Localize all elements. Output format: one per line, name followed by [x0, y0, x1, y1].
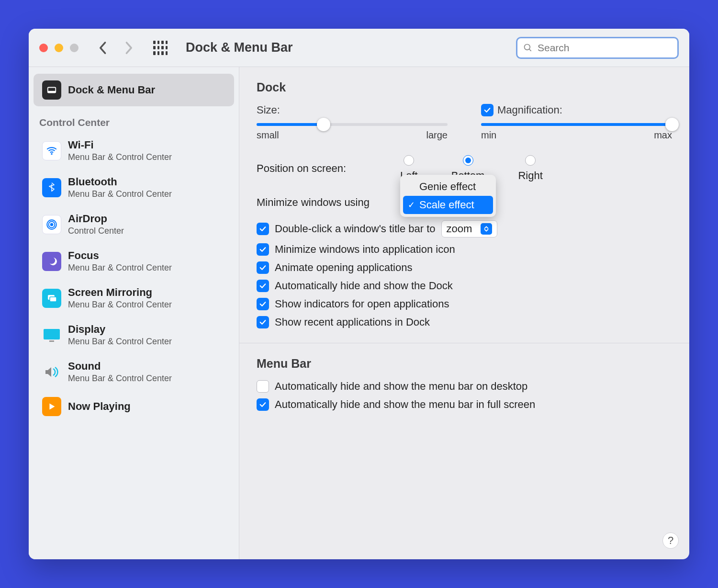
- magnification-max-label: max: [654, 130, 672, 141]
- window-controls: [39, 44, 79, 52]
- opt-label: Automatically hide and show the menu bar…: [275, 398, 535, 411]
- position-right-radio[interactable]: [525, 155, 536, 166]
- sidebar-item-label: Dock & Menu Bar: [68, 84, 155, 96]
- magnification-checkbox[interactable]: [481, 104, 494, 116]
- autohide-menubar-fullscreen-checkbox[interactable]: [257, 398, 269, 411]
- svg-rect-10: [44, 329, 60, 339]
- help-button[interactable]: ?: [662, 532, 679, 549]
- size-slider-knob[interactable]: [317, 118, 330, 131]
- dock-icon: [42, 80, 61, 100]
- sidebar-item-display[interactable]: Display Menu Bar & Control Center: [34, 317, 234, 353]
- sidebar-item-label: Wi-Fi: [68, 139, 172, 151]
- sidebar-item-sublabel: Control Center: [68, 226, 124, 236]
- zoom-window-button[interactable]: [70, 44, 79, 52]
- sound-icon: [42, 362, 61, 382]
- sidebar-item-label: Sound: [68, 360, 172, 373]
- size-slider[interactable]: [257, 123, 448, 126]
- display-icon: [42, 326, 61, 345]
- sidebar-item-sublabel: Menu Bar & Control Center: [68, 373, 172, 384]
- show-indicators-checkbox[interactable]: [257, 298, 269, 310]
- minimize-option-scale[interactable]: ✓ Scale effect: [403, 196, 493, 214]
- search-input[interactable]: [538, 42, 672, 54]
- now-playing-icon: [42, 397, 61, 416]
- minimize-into-icon-checkbox[interactable]: [257, 243, 269, 256]
- sidebar: Dock & Menu Bar Control Center Wi-Fi Men…: [29, 67, 239, 559]
- magnification-min-label: min: [481, 130, 496, 141]
- minimize-label: Minimize windows using: [257, 196, 370, 209]
- dock-panel: Dock Size: small large: [239, 67, 689, 343]
- content-pane: Dock Size: small large: [239, 67, 689, 559]
- sidebar-item-sublabel: Menu Bar & Control Center: [68, 300, 172, 310]
- svg-rect-3: [48, 91, 56, 93]
- sidebar-item-label: Focus: [68, 249, 172, 262]
- opt-label: Animate opening applications: [275, 261, 412, 274]
- autohide-menubar-desktop-checkbox[interactable]: [257, 380, 269, 393]
- position-bottom-radio[interactable]: [463, 155, 473, 166]
- checkmark-icon: ✓: [408, 200, 415, 210]
- sidebar-item-dock-menubar[interactable]: Dock & Menu Bar: [34, 74, 234, 106]
- search-field[interactable]: [516, 37, 679, 59]
- sidebar-item-bluetooth[interactable]: Bluetooth Menu Bar & Control Center: [34, 169, 234, 206]
- sidebar-item-now-playing[interactable]: Now Playing: [34, 390, 234, 423]
- size-max-label: large: [426, 130, 448, 141]
- sidebar-item-sublabel: Menu Bar & Control Center: [68, 152, 172, 162]
- bluetooth-icon: [42, 178, 61, 197]
- menubar-heading: Menu Bar: [257, 357, 672, 371]
- menubar-panel: Menu Bar Automatically hide and show the…: [239, 343, 689, 425]
- sidebar-item-sound[interactable]: Sound Menu Bar & Control Center: [34, 353, 234, 390]
- sidebar-section-label: Control Center: [29, 106, 239, 132]
- sidebar-item-wifi[interactable]: Wi-Fi Menu Bar & Control Center: [34, 132, 234, 169]
- show-all-icon[interactable]: [153, 41, 168, 55]
- minimize-option-genie[interactable]: Genie effect: [403, 178, 493, 196]
- wifi-icon: [42, 141, 61, 160]
- forward-button[interactable]: [124, 41, 134, 55]
- titlebar: Dock & Menu Bar: [29, 29, 689, 67]
- minimize-window-button[interactable]: [55, 44, 63, 52]
- window-title: Dock & Menu Bar: [186, 40, 516, 55]
- animate-opening-checkbox[interactable]: [257, 261, 269, 274]
- sidebar-item-label: Screen Mirroring: [68, 286, 172, 299]
- close-window-button[interactable]: [39, 44, 48, 52]
- opt-label: Automatically hide and show the menu bar…: [275, 380, 527, 393]
- opt-label: Minimize windows into application icon: [275, 243, 455, 256]
- search-icon: [523, 43, 533, 53]
- magnification-label: Magnification:: [497, 104, 562, 116]
- sidebar-item-focus[interactable]: Focus Menu Bar & Control Center: [34, 243, 234, 280]
- magnification-slider[interactable]: [481, 123, 672, 126]
- svg-point-4: [51, 153, 52, 154]
- sidebar-item-sublabel: Menu Bar & Control Center: [68, 263, 172, 273]
- autohide-dock-checkbox[interactable]: [257, 280, 269, 292]
- dock-heading: Dock: [257, 80, 672, 94]
- sidebar-item-label: Display: [68, 323, 172, 336]
- focus-icon: [42, 252, 61, 271]
- opt-label: Show indicators for open applications: [275, 298, 449, 310]
- opt-label: Automatically hide and show the Dock: [275, 280, 453, 292]
- size-label: Size:: [257, 104, 448, 116]
- doubleclick-checkbox[interactable]: [257, 223, 269, 235]
- back-button[interactable]: [98, 41, 107, 55]
- screen-mirroring-icon: [42, 289, 61, 308]
- sidebar-item-sublabel: Menu Bar & Control Center: [68, 189, 172, 199]
- svg-rect-11: [49, 340, 54, 342]
- nav-arrows: [98, 41, 134, 55]
- position-left-radio[interactable]: [404, 155, 414, 166]
- minimize-dropdown[interactable]: Genie effect ✓ Scale effect: [400, 175, 496, 217]
- magnification-slider-knob[interactable]: [665, 118, 679, 131]
- position-right-label: Right: [518, 170, 542, 182]
- sidebar-item-sublabel: Menu Bar & Control Center: [68, 337, 172, 347]
- sidebar-item-screen-mirroring[interactable]: Screen Mirroring Menu Bar & Control Cent…: [34, 280, 234, 317]
- sidebar-item-airdrop[interactable]: AirDrop Control Center: [34, 206, 234, 243]
- doubleclick-label: Double-click a window's title bar to: [275, 223, 436, 235]
- size-min-label: small: [257, 130, 279, 141]
- opt-label: Show recent applications in Dock: [275, 316, 430, 328]
- airdrop-icon: [42, 215, 61, 234]
- sidebar-item-label: Now Playing: [68, 400, 131, 413]
- position-label: Position on screen:: [257, 162, 391, 175]
- svg-point-0: [525, 44, 530, 50]
- sidebar-item-label: Bluetooth: [68, 176, 172, 188]
- preferences-window: Dock & Menu Bar Dock & Menu Bar Control …: [29, 29, 689, 559]
- doubleclick-select[interactable]: zoom: [441, 220, 498, 237]
- show-recent-checkbox[interactable]: [257, 316, 269, 328]
- svg-rect-9: [50, 297, 56, 302]
- chevron-updown-icon: [481, 223, 492, 235]
